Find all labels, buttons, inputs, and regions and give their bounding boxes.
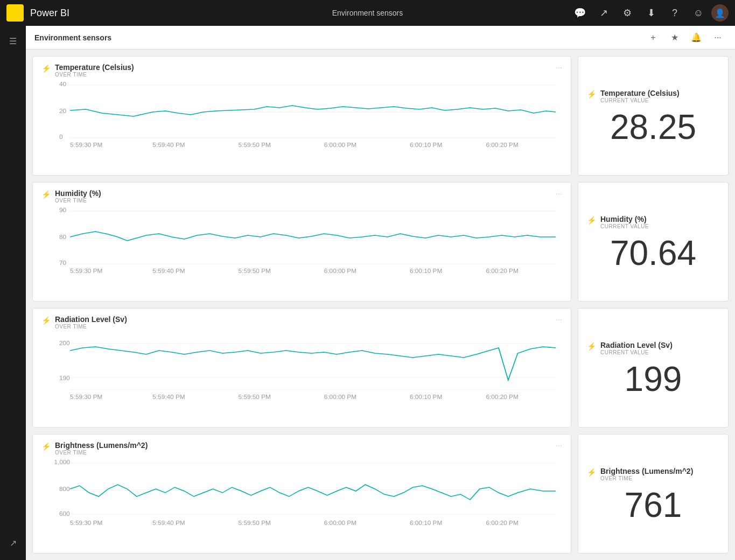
humidity-value-title: Humidity (%) xyxy=(600,215,719,223)
subheader-title: Environment sensors xyxy=(34,33,645,42)
svg-text:90: 90 xyxy=(59,207,66,213)
svg-text:6:00:10 PM: 6:00:10 PM xyxy=(410,394,442,400)
svg-text:5:59:40 PM: 5:59:40 PM xyxy=(152,268,185,274)
svg-text:5:59:50 PM: 5:59:50 PM xyxy=(239,268,271,274)
svg-text:5:59:40 PM: 5:59:40 PM xyxy=(152,394,185,400)
humidity-value-icon: ⚡ xyxy=(587,216,596,225)
humidity-chart-menu[interactable]: ··· xyxy=(556,189,562,198)
brightness-chart-title: Brightness (Lumens/m^2) xyxy=(55,441,551,450)
temperature-value: 28.25 xyxy=(587,110,719,144)
brightness-chart-card: ⚡ Brightness (Lumens/m^2) OVER TIME ··· … xyxy=(32,434,571,554)
brightness-line-chart: 1,000 800 600 5:59:30 PM 5:59:40 PM 5:59… xyxy=(41,458,562,528)
humidity-chart-subtitle: OVER TIME xyxy=(55,198,551,204)
charts-column: ⚡ Temperature (Celsius) OVER TIME ··· 40… xyxy=(32,56,571,554)
svg-text:5:59:50 PM: 5:59:50 PM xyxy=(239,142,271,148)
radiation-chart-icon: ⚡ xyxy=(41,316,51,325)
brightness-chart-menu[interactable]: ··· xyxy=(556,441,562,450)
user-avatar[interactable]: 👤 xyxy=(711,4,729,22)
svg-text:5:59:40 PM: 5:59:40 PM xyxy=(152,142,185,148)
help-icon[interactable]: ? xyxy=(664,2,685,24)
humidity-value: 70.64 xyxy=(587,236,719,270)
svg-text:5:59:30 PM: 5:59:30 PM xyxy=(70,142,102,148)
temperature-chart-card: ⚡ Temperature (Celsius) OVER TIME ··· 40… xyxy=(32,56,571,176)
download-icon[interactable]: ⬇ xyxy=(640,2,662,24)
svg-text:70: 70 xyxy=(59,260,66,266)
brightness-value: 761 xyxy=(587,488,719,522)
radiation-line-chart: 200 190 5:59:30 PM 5:59:40 PM 5:59:50 PM… xyxy=(41,332,562,402)
navbar-icons: 💬 ↗ ⚙ ⬇ ? ☺ 👤 xyxy=(569,2,729,24)
app-logo[interactable] xyxy=(6,4,24,22)
add-button[interactable]: + xyxy=(645,29,662,46)
subheader: Environment sensors + ★ 🔔 ··· xyxy=(26,26,735,50)
expand-icon[interactable]: ↗ xyxy=(593,2,614,24)
svg-text:6:00:20 PM: 6:00:20 PM xyxy=(486,520,518,526)
sidebar-expand-icon[interactable]: ↗ xyxy=(2,532,24,554)
temp-value-subtitle: CURRENT VALUE xyxy=(600,97,719,103)
svg-text:0: 0 xyxy=(59,134,63,140)
svg-text:5:59:30 PM: 5:59:30 PM xyxy=(70,394,102,400)
humidity-chart-title: Humidity (%) xyxy=(55,189,551,198)
svg-text:5:59:30 PM: 5:59:30 PM xyxy=(70,520,102,526)
favorite-button[interactable]: ★ xyxy=(666,29,683,46)
svg-text:6:00:10 PM: 6:00:10 PM xyxy=(410,268,442,274)
settings-icon[interactable]: ⚙ xyxy=(617,2,638,24)
temp-chart-icon: ⚡ xyxy=(41,64,51,73)
svg-text:40: 40 xyxy=(59,81,66,87)
svg-text:6:00:00 PM: 6:00:00 PM xyxy=(324,394,356,400)
svg-text:20: 20 xyxy=(59,108,66,114)
values-column: ⚡ Temperature (Celsius) CURRENT VALUE 28… xyxy=(578,56,729,554)
svg-text:5:59:30 PM: 5:59:30 PM xyxy=(70,268,102,274)
svg-text:1,000: 1,000 xyxy=(54,459,70,465)
svg-text:6:00:10 PM: 6:00:10 PM xyxy=(410,142,442,148)
svg-text:6:00:00 PM: 6:00:00 PM xyxy=(324,142,356,148)
radiation-chart-card: ⚡ Radiation Level (Sv) OVER TIME ··· 200… xyxy=(32,308,571,428)
svg-text:80: 80 xyxy=(59,234,66,240)
more-button[interactable]: ··· xyxy=(709,29,726,46)
brightness-value-title: Brightness (Lumens/m^2) xyxy=(600,467,719,475)
temperature-value-card: ⚡ Temperature (Celsius) CURRENT VALUE 28… xyxy=(578,56,729,176)
feedback-icon[interactable]: ☺ xyxy=(688,2,709,24)
svg-text:6:00:00 PM: 6:00:00 PM xyxy=(324,520,356,526)
brightness-value-icon: ⚡ xyxy=(587,468,596,477)
radiation-value-card: ⚡ Radiation Level (Sv) CURRENT VALUE 199 xyxy=(578,308,729,428)
radiation-value-subtitle: CURRENT VALUE xyxy=(600,349,719,355)
brightness-chart-subtitle: OVER TIME xyxy=(55,450,551,456)
report-title: Environment sensors xyxy=(332,9,403,17)
temp-value-icon: ⚡ xyxy=(587,90,596,99)
sidebar-menu-icon[interactable]: ☰ xyxy=(2,30,24,52)
humidity-line-chart: 90 80 70 5:59:30 PM 5:59:40 PM 5:59:50 P… xyxy=(41,206,562,276)
svg-text:5:59:50 PM: 5:59:50 PM xyxy=(239,520,271,526)
main-content: ⚡ Temperature (Celsius) OVER TIME ··· 40… xyxy=(26,50,735,560)
humidity-value-card: ⚡ Humidity (%) CURRENT VALUE 70.64 xyxy=(578,182,729,302)
svg-text:6:00:00 PM: 6:00:00 PM xyxy=(324,268,356,274)
temp-value-title: Temperature (Celsius) xyxy=(600,89,719,97)
humidity-chart-card: ⚡ Humidity (%) OVER TIME ··· 90 80 70 5:… xyxy=(32,182,571,302)
navbar: Power BI Environment sensors 💬 ↗ ⚙ ⬇ ? ☺… xyxy=(0,0,735,26)
subheader-actions: + ★ 🔔 ··· xyxy=(645,29,726,46)
humidity-value-subtitle: CURRENT VALUE xyxy=(600,223,719,229)
radiation-value-icon: ⚡ xyxy=(587,342,596,351)
radiation-chart-menu[interactable]: ··· xyxy=(556,315,562,324)
svg-text:800: 800 xyxy=(59,486,70,492)
svg-text:190: 190 xyxy=(59,375,70,381)
brightness-value-card: ⚡ Brightness (Lumens/m^2) OVER TIME 761 xyxy=(578,434,729,554)
radiation-value-title: Radiation Level (Sv) xyxy=(600,341,719,349)
temp-chart-subtitle: OVER TIME xyxy=(55,72,551,78)
radiation-chart-title: Radiation Level (Sv) xyxy=(55,315,551,324)
brightness-value-subtitle: OVER TIME xyxy=(600,475,719,481)
sidebar: ☰ ↗ xyxy=(0,26,26,560)
comment-icon[interactable]: 💬 xyxy=(569,2,591,24)
temp-line-chart: 40 20 0 5:59:30 PM 5:59:40 PM 5:59:50 PM… xyxy=(41,80,562,150)
svg-text:6:00:20 PM: 6:00:20 PM xyxy=(486,394,518,400)
app-title: Power BI xyxy=(30,8,69,19)
share-button[interactable]: 🔔 xyxy=(688,29,705,46)
brightness-chart-icon: ⚡ xyxy=(41,442,51,451)
svg-text:5:59:50 PM: 5:59:50 PM xyxy=(239,394,271,400)
svg-text:200: 200 xyxy=(59,340,70,346)
radiation-chart-subtitle: OVER TIME xyxy=(55,324,551,330)
svg-text:6:00:20 PM: 6:00:20 PM xyxy=(486,142,518,148)
svg-text:6:00:20 PM: 6:00:20 PM xyxy=(486,268,518,274)
svg-text:600: 600 xyxy=(59,511,70,517)
temp-chart-title: Temperature (Celsius) xyxy=(55,63,551,72)
temp-chart-menu[interactable]: ··· xyxy=(556,63,562,72)
